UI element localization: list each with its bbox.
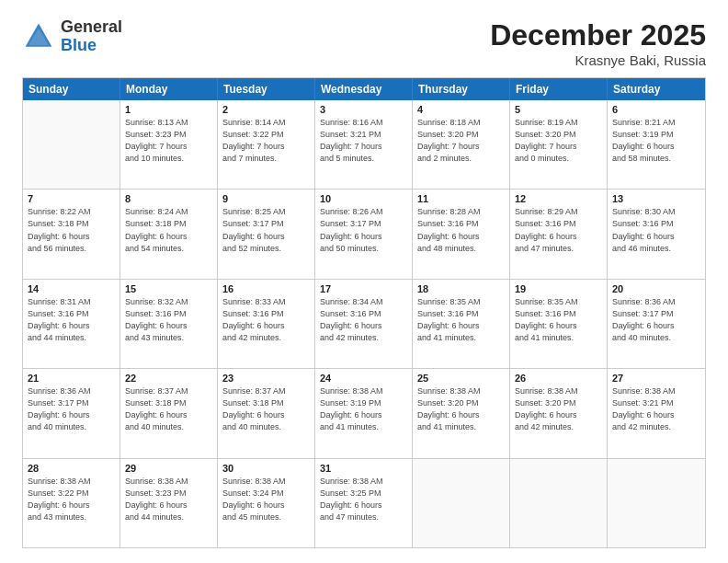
cal-cell: 30Sunrise: 8:38 AMSunset: 3:24 PMDayligh… — [218, 459, 315, 547]
cal-cell: 11Sunrise: 8:28 AMSunset: 3:16 PMDayligh… — [413, 190, 510, 278]
logo-text: General Blue — [61, 18, 122, 55]
cell-info: Sunrise: 8:38 AMSunset: 3:19 PMDaylight:… — [320, 385, 407, 433]
cell-info: Sunrise: 8:35 AMSunset: 3:16 PMDaylight:… — [417, 296, 505, 344]
cell-info: Sunrise: 8:35 AMSunset: 3:16 PMDaylight:… — [515, 296, 602, 344]
cal-cell: 2Sunrise: 8:14 AMSunset: 3:22 PMDaylight… — [218, 100, 315, 189]
cell-info: Sunrise: 8:26 AMSunset: 3:17 PMDaylight:… — [320, 206, 407, 254]
day-number: 10 — [320, 193, 407, 204]
cell-info: Sunrise: 8:33 AMSunset: 3:16 PMDaylight:… — [222, 296, 310, 344]
cal-week: 7Sunrise: 8:22 AMSunset: 3:18 PMDaylight… — [23, 190, 705, 279]
cal-cell: 9Sunrise: 8:25 AMSunset: 3:17 PMDaylight… — [218, 190, 315, 278]
day-number: 22 — [125, 373, 212, 384]
cell-info: Sunrise: 8:38 AMSunset: 3:20 PMDaylight:… — [417, 385, 505, 433]
cell-info: Sunrise: 8:32 AMSunset: 3:16 PMDaylight:… — [125, 296, 212, 344]
cal-cell: 31Sunrise: 8:38 AMSunset: 3:25 PMDayligh… — [315, 459, 413, 547]
day-number: 25 — [417, 373, 505, 384]
title-area: December 2025 Krasnye Baki, Russia — [490, 18, 706, 68]
day-number: 11 — [417, 193, 505, 204]
day-number: 12 — [515, 193, 602, 204]
cell-info: Sunrise: 8:28 AMSunset: 3:16 PMDaylight:… — [417, 206, 505, 254]
day-number: 13 — [612, 193, 700, 204]
cal-cell: 6Sunrise: 8:21 AMSunset: 3:19 PMDaylight… — [608, 100, 705, 189]
cal-cell: 3Sunrise: 8:16 AMSunset: 3:21 PMDaylight… — [315, 100, 413, 189]
cal-header-day: Friday — [510, 78, 608, 100]
page: General Blue December 2025 Krasnye Baki,… — [0, 0, 728, 563]
cell-info: Sunrise: 8:18 AMSunset: 3:20 PMDaylight:… — [417, 117, 505, 165]
cell-info: Sunrise: 8:14 AMSunset: 3:22 PMDaylight:… — [222, 117, 310, 165]
cal-cell: 16Sunrise: 8:33 AMSunset: 3:16 PMDayligh… — [218, 280, 315, 368]
cal-cell: 20Sunrise: 8:36 AMSunset: 3:17 PMDayligh… — [608, 280, 705, 368]
day-number: 20 — [612, 283, 700, 294]
calendar-header: SundayMondayTuesdayWednesdayThursdayFrid… — [23, 78, 705, 100]
cal-cell: 1Sunrise: 8:13 AMSunset: 3:23 PMDaylight… — [120, 100, 218, 189]
day-number: 16 — [222, 283, 310, 294]
cal-header-day: Thursday — [413, 78, 510, 100]
cal-week: 1Sunrise: 8:13 AMSunset: 3:23 PMDaylight… — [23, 100, 705, 190]
cell-info: Sunrise: 8:25 AMSunset: 3:17 PMDaylight:… — [222, 206, 310, 254]
calendar: SundayMondayTuesdayWednesdayThursdayFrid… — [22, 77, 706, 548]
cal-cell — [608, 459, 705, 547]
cal-cell: 14Sunrise: 8:31 AMSunset: 3:16 PMDayligh… — [23, 280, 120, 368]
day-number: 28 — [28, 463, 115, 474]
day-number: 8 — [125, 193, 212, 204]
day-number: 24 — [320, 373, 407, 384]
cell-info: Sunrise: 8:36 AMSunset: 3:17 PMDaylight:… — [612, 296, 700, 344]
cal-header-day: Monday — [120, 78, 218, 100]
day-number: 17 — [320, 283, 407, 294]
cal-cell: 12Sunrise: 8:29 AMSunset: 3:16 PMDayligh… — [510, 190, 608, 278]
cal-week: 14Sunrise: 8:31 AMSunset: 3:16 PMDayligh… — [23, 280, 705, 369]
cal-cell: 29Sunrise: 8:38 AMSunset: 3:23 PMDayligh… — [120, 459, 218, 547]
month-title: December 2025 — [490, 18, 706, 52]
cal-cell: 25Sunrise: 8:38 AMSunset: 3:20 PMDayligh… — [413, 369, 510, 457]
day-number: 4 — [417, 104, 505, 115]
cal-cell: 13Sunrise: 8:30 AMSunset: 3:16 PMDayligh… — [608, 190, 705, 278]
cell-info: Sunrise: 8:38 AMSunset: 3:23 PMDaylight:… — [125, 476, 212, 523]
cell-info: Sunrise: 8:38 AMSunset: 3:21 PMDaylight:… — [612, 385, 700, 433]
logo-blue: Blue — [61, 36, 97, 54]
day-number: 7 — [28, 193, 115, 204]
cal-week: 21Sunrise: 8:36 AMSunset: 3:17 PMDayligh… — [23, 369, 705, 458]
cell-info: Sunrise: 8:34 AMSunset: 3:16 PMDaylight:… — [320, 296, 407, 344]
day-number: 3 — [320, 104, 407, 115]
cal-cell: 28Sunrise: 8:38 AMSunset: 3:22 PMDayligh… — [23, 459, 120, 547]
location: Krasnye Baki, Russia — [490, 52, 706, 68]
cal-week: 28Sunrise: 8:38 AMSunset: 3:22 PMDayligh… — [23, 459, 705, 547]
cell-info: Sunrise: 8:31 AMSunset: 3:16 PMDaylight:… — [28, 296, 115, 344]
cal-cell: 18Sunrise: 8:35 AMSunset: 3:16 PMDayligh… — [413, 280, 510, 368]
generalblue-logo-icon — [22, 20, 55, 53]
cal-cell: 7Sunrise: 8:22 AMSunset: 3:18 PMDaylight… — [23, 190, 120, 278]
calendar-body: 1Sunrise: 8:13 AMSunset: 3:23 PMDaylight… — [23, 100, 705, 547]
cell-info: Sunrise: 8:22 AMSunset: 3:18 PMDaylight:… — [28, 206, 115, 254]
cal-cell: 27Sunrise: 8:38 AMSunset: 3:21 PMDayligh… — [608, 369, 705, 457]
logo-general: General — [61, 17, 122, 36]
cell-info: Sunrise: 8:38 AMSunset: 3:22 PMDaylight:… — [28, 476, 115, 523]
cal-cell: 10Sunrise: 8:26 AMSunset: 3:17 PMDayligh… — [315, 190, 413, 278]
day-number: 6 — [612, 104, 700, 115]
cell-info: Sunrise: 8:16 AMSunset: 3:21 PMDaylight:… — [320, 117, 407, 165]
day-number: 31 — [320, 463, 407, 474]
cal-cell: 15Sunrise: 8:32 AMSunset: 3:16 PMDayligh… — [120, 280, 218, 368]
cal-header-day: Wednesday — [315, 78, 413, 100]
cell-info: Sunrise: 8:37 AMSunset: 3:18 PMDaylight:… — [222, 385, 310, 433]
cal-header-day: Saturday — [608, 78, 705, 100]
cal-header-day: Sunday — [23, 78, 120, 100]
cell-info: Sunrise: 8:29 AMSunset: 3:16 PMDaylight:… — [515, 206, 602, 254]
cal-cell: 4Sunrise: 8:18 AMSunset: 3:20 PMDaylight… — [413, 100, 510, 189]
day-number: 19 — [515, 283, 602, 294]
cal-cell: 8Sunrise: 8:24 AMSunset: 3:18 PMDaylight… — [120, 190, 218, 278]
cal-cell — [413, 459, 510, 547]
day-number: 18 — [417, 283, 505, 294]
cell-info: Sunrise: 8:21 AMSunset: 3:19 PMDaylight:… — [612, 117, 700, 165]
cal-cell — [23, 100, 120, 189]
day-number: 5 — [515, 104, 602, 115]
cell-info: Sunrise: 8:19 AMSunset: 3:20 PMDaylight:… — [515, 117, 602, 165]
cell-info: Sunrise: 8:37 AMSunset: 3:18 PMDaylight:… — [125, 385, 212, 433]
day-number: 9 — [222, 193, 310, 204]
cal-cell: 24Sunrise: 8:38 AMSunset: 3:19 PMDayligh… — [315, 369, 413, 457]
cal-cell: 17Sunrise: 8:34 AMSunset: 3:16 PMDayligh… — [315, 280, 413, 368]
cell-info: Sunrise: 8:30 AMSunset: 3:16 PMDaylight:… — [612, 206, 700, 254]
cal-header-day: Tuesday — [218, 78, 315, 100]
day-number: 1 — [125, 104, 212, 115]
day-number: 15 — [125, 283, 212, 294]
header: General Blue December 2025 Krasnye Baki,… — [22, 18, 706, 68]
